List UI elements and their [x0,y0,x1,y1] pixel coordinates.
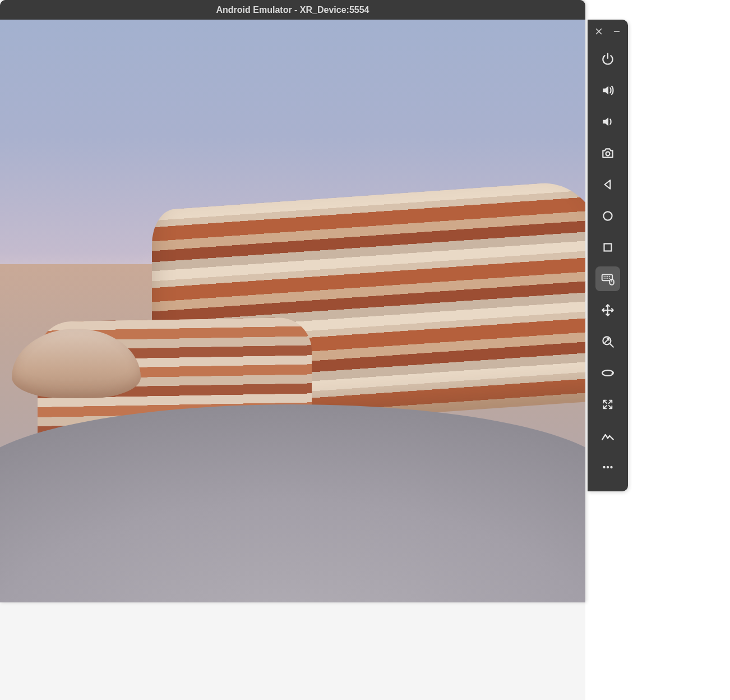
minimize-button[interactable] [612,26,622,36]
input-mode-button[interactable] [595,266,620,291]
more-button[interactable] [595,455,620,480]
rotate-view-button[interactable] [595,361,620,385]
svg-point-0 [606,152,610,156]
volume-down-icon [600,114,615,129]
back-button[interactable] [595,172,620,197]
svg-point-5 [606,276,607,277]
overview-icon [600,240,615,255]
scene-mesa [152,178,585,432]
back-icon [600,177,615,192]
svg-point-16 [603,466,605,468]
minimize-icon [612,26,622,36]
keyboard-mouse-icon [600,271,615,286]
more-icon [600,460,615,475]
svg-point-8 [604,278,605,279]
virtual-scene-button[interactable] [595,423,620,448]
volume-down-button[interactable] [595,109,620,134]
svg-point-18 [610,466,612,468]
svg-point-17 [607,466,609,468]
emulator-viewport[interactable] [0,20,585,602]
svg-rect-2 [604,244,612,251]
svg-point-10 [607,278,608,279]
scene-foreground [0,404,585,602]
svg-point-9 [606,278,607,279]
volume-up-button[interactable] [595,78,620,103]
home-button[interactable] [595,204,620,228]
svg-point-4 [604,276,605,277]
zoom-icon [600,334,615,349]
zoom-button[interactable] [595,329,620,354]
emulator-window: Android Emulator - XR_Device:5554 [0,0,585,602]
window-titlebar[interactable]: Android Emulator - XR_Device:5554 [0,0,585,20]
move-icon [600,303,615,317]
rotate-view-icon [600,366,615,380]
power-icon [600,52,615,66]
power-button[interactable] [595,47,620,71]
svg-point-7 [609,276,610,277]
window-title: Android Emulator - XR_Device:5554 [216,5,369,15]
screenshot-button[interactable] [595,141,620,165]
svg-point-11 [609,278,610,279]
close-button[interactable] [594,26,604,36]
move-button[interactable] [595,298,620,323]
reset-view-button[interactable] [595,392,620,417]
landscape-icon [600,429,615,443]
volume-up-icon [600,83,615,98]
svg-point-6 [607,276,608,277]
window-controls [588,23,628,40]
camera-icon [600,146,615,160]
emulator-toolbar [588,20,628,491]
close-icon [594,26,604,36]
reset-view-icon [602,398,614,411]
overview-button[interactable] [595,235,620,260]
svg-point-1 [603,211,612,220]
home-icon [600,209,615,223]
